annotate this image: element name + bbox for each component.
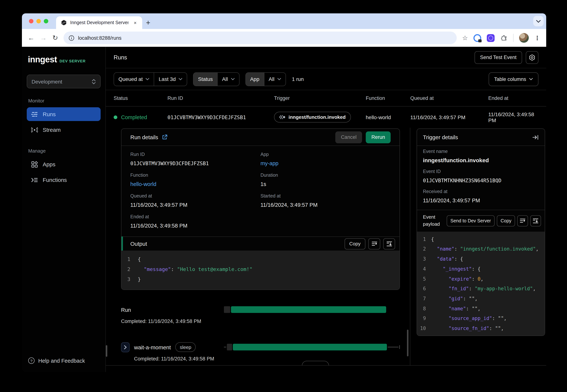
code-line: 3} — [121, 274, 399, 284]
wrap-lines-button[interactable] — [368, 238, 380, 249]
payload-scroll-to-bottom-button[interactable] — [530, 215, 541, 226]
sidebar-item-functions[interactable]: Functions — [27, 173, 101, 187]
screen: Inngest Development Server × + ← → ↻ loc… — [0, 0, 567, 392]
field-label: Run ID — [130, 152, 260, 157]
step-active-segment — [233, 344, 387, 350]
reload-icon[interactable]: ↻ — [52, 35, 58, 41]
code-line: 9 "source_app_id": "", — [417, 314, 545, 324]
function-cell: hello-world — [366, 114, 410, 120]
tab-close-icon[interactable]: × — [132, 19, 139, 26]
trigger-event-pill[interactable]: inngest/function.invoked — [274, 112, 351, 123]
field-value: 11/16/2024, 3:49:57 PM — [130, 202, 260, 208]
cancel-button[interactable]: Cancel — [335, 131, 362, 143]
field-label: Event ID — [423, 169, 539, 174]
time-field-filter[interactable]: Queued at — [114, 72, 154, 85]
bookmark-star-icon[interactable]: ☆ — [462, 34, 468, 42]
timeline-run-row[interactable]: Run — [121, 305, 400, 315]
status-filter-key: Status — [194, 72, 217, 85]
page-header: Runs Send Test Event — [106, 47, 546, 68]
clipped-bottom-button[interactable] — [302, 361, 329, 366]
table-columns-button[interactable]: Table columns — [488, 72, 539, 86]
collapse-panel-icon[interactable] — [532, 135, 539, 140]
app-link[interactable]: my-app — [260, 160, 391, 167]
column-header-status[interactable]: Status — [114, 95, 168, 101]
function-link[interactable]: hello-world — [130, 181, 260, 187]
timeline-step-row: wait-a-moment sleep — [121, 342, 400, 352]
code-line: 2 "message": "Hello test@example.com!" — [121, 264, 399, 274]
details-scrollbar[interactable] — [407, 330, 409, 356]
field-label: Queued at — [130, 193, 260, 199]
browser-menu-icon[interactable]: ⋮ — [534, 34, 540, 42]
app-filter-value[interactable]: All — [264, 72, 285, 85]
column-header-function[interactable]: Function — [366, 95, 410, 101]
field-duration: Duration 1s — [260, 173, 391, 187]
address-bar[interactable]: localhost:8288/runs — [63, 31, 456, 44]
trigger-fields: Event name inngest/function.invoked Even… — [417, 146, 545, 210]
settings-button[interactable] — [526, 51, 539, 64]
minimize-window-button[interactable] — [36, 19, 41, 23]
code-line: 7 "gid": "", — [417, 294, 545, 304]
app-body: inngest DEV SERVER Development Monitor R… — [22, 47, 546, 372]
time-range-label: Last 3d — [159, 76, 176, 82]
scroll-to-bottom-icon — [533, 218, 539, 224]
event-payload-code: 1{2 "name": "inngest/function.invoked",3… — [417, 231, 545, 336]
new-tab-button[interactable]: + — [142, 16, 154, 29]
column-header-queued-at[interactable]: Queued at — [410, 95, 488, 101]
column-header-run-id[interactable]: Run ID — [168, 95, 274, 101]
run-active-segment — [231, 306, 386, 313]
site-info-icon[interactable] — [69, 35, 74, 41]
status-filter-value[interactable]: All — [217, 72, 239, 85]
main-content: Runs Send Test Event Queued at — [106, 47, 546, 372]
payload-wrap-lines-button[interactable] — [517, 215, 528, 226]
help-and-feedback[interactable]: Help and Feedback — [28, 357, 99, 364]
field-received-at: Received at 11/16/2024, 3:49:57 PM — [423, 189, 539, 204]
output-copy-button[interactable]: Copy — [344, 238, 365, 249]
queue-wait-segment — [224, 306, 230, 313]
browser-tab[interactable]: Inngest Development Server × — [56, 16, 142, 29]
send-to-dev-server-button[interactable]: Send to Dev Server — [447, 215, 495, 226]
close-window-button[interactable] — [29, 19, 33, 23]
column-header-ended-at[interactable]: Ended at — [488, 95, 539, 101]
tab-search-chevron-icon[interactable] — [533, 16, 544, 26]
bar-end-tick — [399, 345, 400, 349]
extensions-puzzle-icon[interactable] — [500, 34, 508, 42]
back-icon[interactable]: ← — [28, 35, 35, 41]
external-link-icon[interactable] — [162, 134, 168, 140]
step-duration-bar — [224, 344, 400, 350]
time-range-filter[interactable]: Last 3d — [154, 72, 187, 85]
wrap-lines-icon — [520, 218, 525, 223]
timeline-run-label: Run — [121, 307, 131, 313]
payload-copy-button[interactable]: Copy — [497, 215, 515, 226]
help-label: Help and Feedback — [38, 358, 85, 364]
field-function: Function hello-world — [130, 173, 260, 187]
profile-avatar[interactable] — [519, 33, 529, 43]
time-field-label: Queued at — [118, 76, 143, 82]
purple-extension-icon[interactable] — [487, 34, 495, 42]
table-header: Status Run ID Trigger Function Queued at… — [106, 90, 546, 107]
field-queued-at: Queued at 11/16/2024, 3:49:57 PM — [130, 193, 260, 208]
event-payload-header: Event payload Send to Dev Server Copy — [417, 210, 545, 231]
run-timeline: Run Completed: 11/16/2024, 3:49:58 PM — [121, 305, 400, 362]
send-test-event-button[interactable]: Send Test Event — [475, 51, 522, 64]
scroll-to-bottom-button[interactable] — [383, 238, 395, 249]
main-scrollbar[interactable] — [106, 345, 107, 357]
step-name: wait-a-moment — [134, 344, 171, 350]
table-row[interactable]: Completed 01JCVBTMV3WXY9D3CFDEJFZSB1 inn… — [106, 107, 546, 128]
event-payload-title: Event payload — [423, 214, 444, 228]
sidebar-item-stream[interactable]: Stream — [27, 123, 101, 137]
field-label: Duration — [260, 173, 391, 178]
sidebar-item-apps[interactable]: Apps — [27, 157, 101, 171]
expand-step-button[interactable] — [121, 342, 129, 352]
column-header-trigger[interactable]: Trigger — [274, 95, 366, 101]
forward-icon[interactable]: → — [40, 35, 47, 41]
zoom-window-button[interactable] — [44, 19, 48, 23]
code-line: 1{ — [121, 254, 399, 264]
time-filter-pill: Queued at Last 3d — [114, 72, 187, 86]
environment-select[interactable]: Development — [27, 75, 101, 88]
sidebar-item-runs[interactable]: Runs — [27, 107, 101, 121]
password-manager-extension-icon[interactable] — [473, 34, 481, 42]
rerun-button[interactable]: Rerun — [366, 131, 391, 143]
app-filter-label: App — [250, 76, 259, 82]
status-filter-pill: Status All — [193, 72, 240, 86]
field-value: inngest/function.invoked — [423, 157, 539, 164]
